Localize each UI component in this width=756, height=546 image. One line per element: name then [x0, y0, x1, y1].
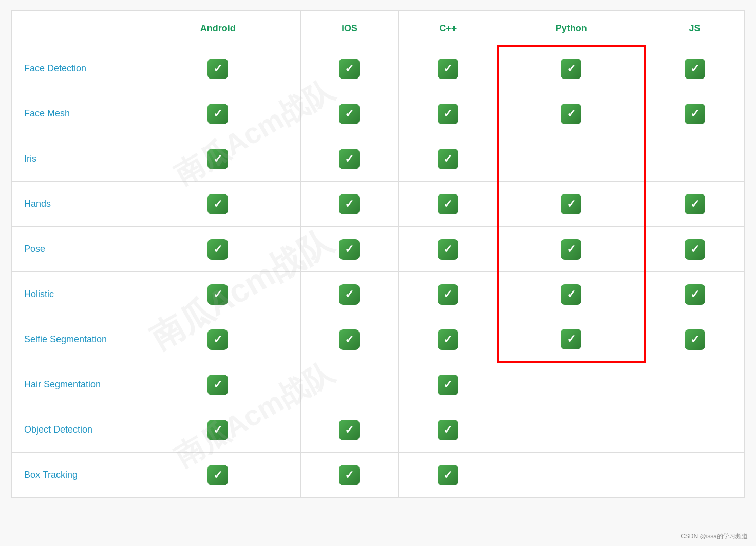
cell-holistic-python [498, 272, 645, 317]
table-row: Holistic [12, 272, 745, 317]
row-label-holistic: Holistic [12, 272, 135, 317]
cell-selfie-segmentation-android [135, 317, 301, 362]
row-label-selfie-segmentation: Selfie Segmentation [12, 317, 135, 362]
cell-hands-python [498, 182, 645, 227]
table-row: Box Tracking [12, 453, 745, 498]
cell-hair-segmentation-python [498, 362, 645, 407]
checkbox-cpp [438, 375, 458, 395]
cell-iris-python [498, 136, 645, 182]
cell-face-detection-ios [301, 46, 398, 91]
checkbox-ios [339, 104, 360, 124]
checkbox-python [561, 284, 581, 305]
cell-object-detection-android [135, 407, 301, 453]
row-label-face-detection: Face Detection [12, 46, 135, 91]
checkbox-cpp [438, 465, 458, 485]
cell-face-detection-js [645, 46, 744, 91]
cell-hair-segmentation-ios [301, 362, 398, 407]
checkbox-android [207, 104, 228, 124]
checkbox-cpp [438, 329, 458, 350]
cell-holistic-js [645, 272, 744, 317]
col-header-cpp: C++ [398, 11, 498, 46]
checkbox-js [685, 239, 705, 260]
cell-hair-segmentation-android [135, 362, 301, 407]
cell-face-mesh-android [135, 91, 301, 136]
checkbox-android [207, 284, 228, 305]
checkbox-cpp [438, 104, 458, 124]
row-label-hands: Hands [12, 182, 135, 227]
cell-iris-js [645, 136, 744, 182]
cell-box-tracking-ios [301, 453, 398, 498]
row-label-face-mesh: Face Mesh [12, 91, 135, 136]
cell-face-detection-android [135, 46, 301, 91]
table-row: Object Detection [12, 407, 745, 453]
cell-selfie-segmentation-js [645, 317, 744, 362]
checkbox-android [207, 420, 228, 440]
cell-hands-android [135, 182, 301, 227]
row-label-box-tracking: Box Tracking [12, 453, 135, 498]
col-header-python: Python [498, 11, 645, 46]
cell-pose-cpp [398, 227, 498, 272]
checkbox-android [207, 194, 228, 215]
checkbox-js [685, 284, 705, 305]
compatibility-table: 南瓜Acm战队 南瓜Acm战队 南瓜Acm战队 Android iOS C++ … [11, 10, 745, 498]
cell-hands-ios [301, 182, 398, 227]
credit-text: CSDN @issa的学习频道 [681, 532, 748, 541]
cell-face-mesh-python [498, 91, 645, 136]
table-row: Selfie Segmentation [12, 317, 745, 362]
checkbox-ios [339, 420, 360, 440]
cell-hair-segmentation-cpp [398, 362, 498, 407]
cell-object-detection-ios [301, 407, 398, 453]
checkbox-python [561, 59, 581, 79]
checkbox-ios [339, 284, 360, 305]
cell-box-tracking-android [135, 453, 301, 498]
cell-face-detection-python [498, 46, 645, 91]
table-row: Pose [12, 227, 745, 272]
checkbox-ios [339, 194, 360, 215]
checkbox-python [561, 104, 581, 124]
checkbox-python [561, 239, 581, 260]
main-table: Android iOS C++ Python JS Face Detection… [11, 11, 745, 498]
cell-box-tracking-python [498, 453, 645, 498]
cell-hands-cpp [398, 182, 498, 227]
cell-object-detection-python [498, 407, 645, 453]
cell-holistic-ios [301, 272, 398, 317]
checkbox-android [207, 329, 228, 350]
cell-pose-js [645, 227, 744, 272]
cell-holistic-android [135, 272, 301, 317]
checkbox-cpp [438, 284, 458, 305]
cell-selfie-segmentation-python [498, 317, 645, 362]
table-row: Face Detection [12, 46, 745, 91]
checkbox-ios [339, 465, 360, 485]
cell-pose-android [135, 227, 301, 272]
checkbox-android [207, 465, 228, 485]
cell-selfie-segmentation-cpp [398, 317, 498, 362]
cell-hands-js [645, 182, 744, 227]
cell-face-mesh-ios [301, 91, 398, 136]
table-row: Hands [12, 182, 745, 227]
cell-pose-python [498, 227, 645, 272]
cell-iris-android [135, 136, 301, 182]
row-label-hair-segmentation: Hair Segmentation [12, 362, 135, 407]
checkbox-ios [339, 59, 360, 79]
checkbox-js [685, 104, 705, 124]
checkbox-ios [339, 329, 360, 350]
cell-box-tracking-cpp [398, 453, 498, 498]
checkbox-android [207, 239, 228, 260]
cell-holistic-cpp [398, 272, 498, 317]
cell-face-mesh-cpp [398, 91, 498, 136]
table-row: Face Mesh [12, 91, 745, 136]
checkbox-js [685, 59, 705, 79]
cell-object-detection-js [645, 407, 744, 453]
row-label-object-detection: Object Detection [12, 407, 135, 453]
checkbox-android [207, 375, 228, 395]
cell-iris-cpp [398, 136, 498, 182]
cell-pose-ios [301, 227, 398, 272]
checkbox-android [207, 149, 228, 169]
col-header-js: JS [645, 11, 744, 46]
cell-hair-segmentation-js [645, 362, 744, 407]
cell-selfie-segmentation-ios [301, 317, 398, 362]
table-row: Hair Segmentation [12, 362, 745, 407]
checkbox-ios [339, 239, 360, 260]
cell-face-mesh-js [645, 91, 744, 136]
table-row: Iris [12, 136, 745, 182]
